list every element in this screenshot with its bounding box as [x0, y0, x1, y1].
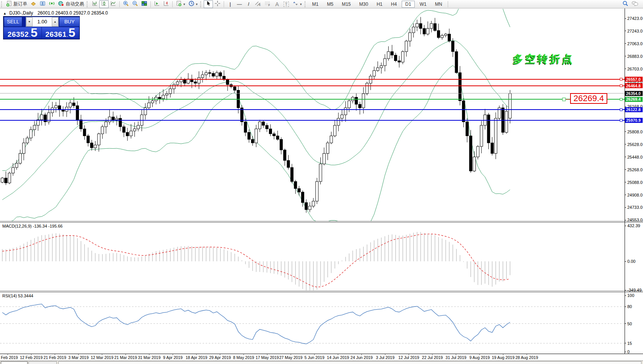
toolbar-grip[interactable]: [200, 1, 203, 7]
data-feed-button[interactable]: [47, 0, 56, 8]
price-tick-label: 25268.0: [627, 167, 643, 172]
auto-trading-button[interactable]: 自动交易: [56, 0, 86, 8]
one-click-trading-panel: SELL ▼ ▲ BUY 26352.5 26361.5: [3, 16, 80, 39]
timeframe-button-d1[interactable]: D1: [402, 1, 414, 8]
search-button[interactable]: [621, 0, 630, 8]
horizontal-line-tool-button[interactable]: —: [235, 0, 244, 8]
price-tick-label: 25088.0: [627, 180, 643, 185]
volume-control: ▼ ▲: [26, 17, 59, 27]
indicators-button[interactable]: ▾: [174, 0, 187, 8]
price-callout-box[interactable]: 26269.4: [570, 93, 607, 104]
toolbar-grip[interactable]: [87, 1, 89, 7]
date-label: 19 Aug 2019: [492, 355, 514, 360]
tile-windows-button[interactable]: [140, 0, 149, 8]
price-tick-label: 24553.0: [627, 218, 643, 222]
timeframe-button-m30[interactable]: M30: [356, 1, 371, 8]
chart-shift-button[interactable]: [162, 0, 171, 8]
timeframe-button-h1[interactable]: H1: [373, 1, 386, 8]
channel-tool-button[interactable]: E: [253, 0, 263, 8]
price-tick-label: 26883.0: [627, 54, 643, 59]
timeframe-button-w1[interactable]: W1: [416, 1, 430, 8]
sell-price-big-digit: 5: [31, 28, 38, 38]
crosshair-tool-button[interactable]: [213, 0, 222, 8]
price-tick-label: 432.39: [627, 223, 640, 228]
market-watch-button[interactable]: [29, 0, 38, 8]
chart-shift-icon: [163, 0, 169, 8]
symbol-name: DJ30-,Daily: [9, 10, 33, 16]
line-chart-icon: [110, 0, 116, 8]
collapse-triangle-icon[interactable]: ▲: [3, 11, 7, 15]
chart-tab[interactable]: [28, 361, 57, 364]
buy-price-big-digit: 5: [69, 28, 76, 38]
sell-price-button[interactable]: 26352.5: [4, 27, 41, 39]
buy-button[interactable]: BUY: [59, 17, 80, 27]
volume-decrease-button[interactable]: ▼: [26, 17, 33, 26]
vertical-line-tool-button[interactable]: |: [226, 0, 235, 8]
date-label: 9 Aug 2019: [469, 355, 490, 360]
text-label-tool-button[interactable]: T: [282, 0, 291, 8]
bar-chart-icon: [92, 0, 98, 8]
toolbar-grip[interactable]: [1, 1, 3, 7]
auto-scroll-button[interactable]: [152, 0, 162, 8]
chart-tab[interactable]: [1, 361, 28, 364]
zoom-out-icon: [132, 0, 138, 8]
search-icon: [622, 0, 628, 8]
buy-price-button[interactable]: 26361.5: [42, 27, 79, 39]
volume-increase-button[interactable]: ▲: [52, 17, 58, 26]
bar-chart-mode-button[interactable]: [90, 0, 99, 8]
timeframe-button-m5[interactable]: M5: [323, 1, 337, 8]
zoom-out-button[interactable]: [130, 0, 140, 8]
hline-axis-label: 26464.8: [625, 83, 643, 88]
price-tick-label: 0: [627, 349, 630, 354]
trendline-tool-button[interactable]: /: [244, 0, 253, 8]
chart-window[interactable]: 27423.027243.027063.026883.026703.026523…: [0, 0, 643, 364]
date-label: 3 Feb 2019: [0, 355, 18, 360]
candlestick-mode-button[interactable]: [99, 0, 109, 8]
price-tick-label: 0.00: [627, 259, 635, 264]
profiles-button[interactable]: [38, 0, 47, 8]
date-label: 21 Mar 2019: [114, 355, 137, 360]
fibonacci-tool-button[interactable]: F: [263, 0, 272, 8]
text-tool-button[interactable]: A: [272, 0, 282, 8]
chart-tab[interactable]: [58, 361, 641, 364]
date-label: 12 Mar 2019: [91, 355, 114, 360]
timeframe-button-mn[interactable]: MN: [432, 1, 446, 8]
cursor-tool-button[interactable]: [204, 0, 213, 8]
timeframe-button-m1[interactable]: M1: [309, 1, 322, 8]
community-chat-button[interactable]: [630, 0, 640, 8]
macd-indicator-label: MACD(12,26,9) -136.34 -195.66: [2, 224, 63, 228]
buy-price-main: 26361: [45, 30, 66, 39]
signal-icon: [49, 0, 55, 8]
clock-icon: [188, 0, 195, 8]
trendline-icon: /: [248, 1, 249, 7]
fibonacci-icon: F: [264, 0, 271, 8]
timeframe-button-h4[interactable]: H4: [387, 1, 400, 8]
date-label: 27 May 2019: [279, 355, 303, 360]
price-tick-label: 25628.0: [627, 142, 643, 147]
line-chart-mode-button[interactable]: [109, 0, 118, 8]
periods-button[interactable]: ▾: [187, 0, 199, 8]
date-label: 14 Jun 2019: [327, 355, 349, 360]
text-label-icon: T: [284, 2, 289, 7]
price-tick-label: 80: [627, 304, 632, 309]
price-tick-label: 25808.0: [627, 130, 643, 134]
hline-axis-label: 26122.8: [625, 107, 643, 112]
price-tick-label: 27063.0: [627, 41, 643, 46]
hline-axis-label: 25970.9: [625, 118, 643, 123]
sell-button[interactable]: SELL: [4, 17, 22, 27]
turning-point-annotation[interactable]: 多空转折点: [513, 52, 574, 66]
horizontal-line-icon: —: [237, 1, 242, 7]
date-label: 3 Mar 2019: [68, 355, 89, 360]
volume-input[interactable]: [33, 17, 52, 26]
timeframe-button-m15[interactable]: M15: [338, 1, 354, 8]
auto-scroll-icon: [154, 0, 160, 8]
toolbar-grip[interactable]: [305, 1, 307, 7]
auto-trading-globe-icon: [58, 0, 64, 8]
zoom-in-button[interactable]: [121, 0, 130, 8]
arrows-tool-button[interactable]: ▾: [291, 0, 303, 8]
date-label: 9 Apr 2019: [163, 355, 183, 360]
price-tick-label: 24908.0: [627, 193, 643, 197]
date-label: 31 Mar 2019: [138, 355, 161, 360]
date-axis: 3 Feb 201912 Feb 201921 Feb 20193 Mar 20…: [0, 354, 538, 360]
new-order-button[interactable]: 新订单: [5, 0, 29, 8]
